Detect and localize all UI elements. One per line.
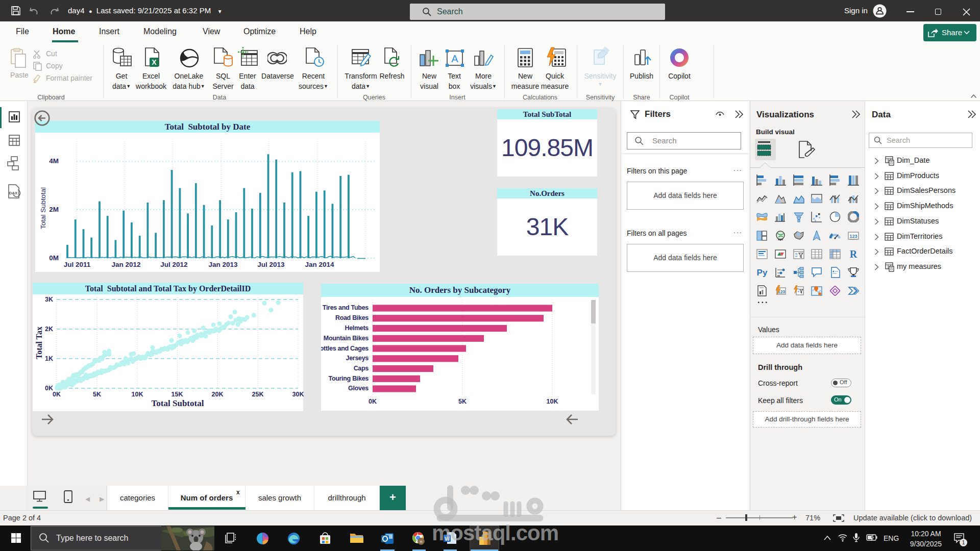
svg-text:X: X [152,58,157,66]
svg-text:Py: Py [757,268,768,278]
svg-text:R: R [850,248,857,260]
svg-text:A: A [451,53,458,64]
svg-text:123: 123 [849,234,857,239]
